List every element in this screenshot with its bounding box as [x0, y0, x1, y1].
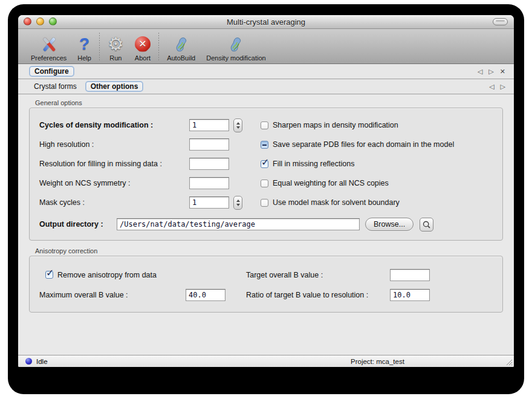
secondary-tab-bar: Crystal forms Other options ◁ ▷	[18, 79, 514, 94]
equal-weighting-checkbox[interactable]	[261, 180, 268, 187]
app-window: Multi-crystal averaging Preferences ? He…	[18, 15, 514, 367]
status-text: Idle	[36, 358, 48, 365]
checkbox-row[interactable]: Fill in missing reflections	[245, 160, 493, 168]
field-row: Mask cycles : Use model mask for solvent…	[39, 193, 493, 212]
remove-anisotropy-checkbox[interactable]	[45, 271, 53, 279]
browse-button[interactable]: Browse...	[365, 218, 414, 231]
toolbar-item-label: Run	[109, 54, 122, 62]
target-b-value-input[interactable]	[390, 269, 430, 281]
toolbar-item-label: AutoBuild	[167, 54, 195, 62]
checkbox-label: Sharpen maps in density modification	[273, 121, 398, 129]
high-resolution-input[interactable]	[189, 138, 229, 151]
abort-button[interactable]: ✕ Abort	[129, 30, 156, 62]
checkbox-row[interactable]: Save separate PDB files for each domain …	[245, 140, 493, 149]
anisotropy-correction-group: Anisotropy correction Remove anisotropy …	[29, 247, 503, 313]
group-caption: Anisotropy correction	[35, 247, 503, 255]
tab-scroll-left-icon[interactable]: ◁	[489, 83, 494, 90]
field-row: Remove anisotropy from data Target overa…	[39, 265, 493, 285]
spinner-down-icon[interactable]	[236, 126, 240, 129]
save-separate-pdb-checkbox[interactable]	[261, 141, 268, 149]
preferences-button[interactable]: Preferences	[25, 30, 72, 62]
magnifier-icon	[422, 220, 431, 229]
autobuild-button[interactable]: AutoBuild	[161, 30, 201, 62]
checkbox-label: Equal weighting for all NCS copies	[273, 179, 389, 187]
field-row: Cycles of density modification : Sharpen…	[39, 115, 493, 135]
tab-nav-controls: ◁ ▷	[489, 83, 505, 90]
abort-icon: ✕	[135, 36, 151, 52]
tab-scroll-right-icon[interactable]: ▷	[488, 68, 493, 75]
close-window-button[interactable]	[24, 18, 31, 25]
options-panel: General options Cycles of density modifi…	[18, 94, 514, 355]
field-label: Ratio of target B value to resolution :	[246, 291, 390, 299]
field-row: Weight on NCS symmetry : Equal weighting…	[39, 174, 493, 193]
toolbar-toggle-button[interactable]	[493, 18, 508, 25]
spinner-up-icon[interactable]	[236, 199, 240, 202]
field-label: Mask cycles :	[39, 198, 189, 207]
field-label: Target overall B value :	[246, 271, 390, 279]
fill-missing-reflections-checkbox[interactable]	[261, 160, 268, 168]
gear-icon: ⚙	[108, 35, 124, 53]
ratio-b-resolution-input[interactable]	[390, 289, 430, 301]
sharpen-maps-checkbox[interactable]	[261, 122, 268, 129]
search-directory-button[interactable]	[420, 218, 433, 232]
status-indicator-icon	[25, 358, 32, 365]
resize-grip[interactable]	[505, 358, 513, 366]
tab-close-icon[interactable]: ✕	[500, 68, 505, 75]
minimize-window-button[interactable]	[36, 18, 44, 25]
model-mask-checkbox[interactable]	[261, 199, 268, 207]
toolbar-separator	[158, 33, 159, 60]
tab-configure[interactable]: Configure	[29, 66, 74, 77]
toolbar-item-label: Preferences	[31, 54, 66, 62]
checkbox-row[interactable]: Use model mask for solvent boundary	[245, 198, 493, 207]
resolution-filling-input[interactable]	[189, 158, 229, 170]
run-button[interactable]: ⚙ Run	[102, 30, 129, 62]
checkbox-label: Fill in missing reflections	[273, 160, 354, 168]
output-directory-row: Output directory : Browse...	[39, 213, 493, 235]
mask-cycles-input[interactable]	[189, 196, 229, 209]
field-label: High resolution :	[39, 140, 189, 149]
field-label: Cycles of density modification :	[39, 121, 189, 129]
toolbar-item-label: Density modification	[206, 54, 265, 62]
toolbar-separator	[99, 33, 100, 60]
tab-other-options[interactable]: Other options	[85, 81, 144, 92]
group-box: Remove anisotropy from data Target overa…	[29, 256, 503, 313]
zoom-window-button[interactable]	[49, 18, 57, 25]
toolbar: Preferences ? Help ⚙ Run ✕ Abort AutoBui…	[18, 29, 514, 64]
maximum-b-value-input[interactable]	[186, 289, 225, 301]
window-title: Multi-crystal averaging	[227, 18, 305, 27]
tab-nav-controls: ◁ ▷ ✕	[478, 68, 505, 75]
field-row: Maximum overall B value : Ratio of targe…	[39, 285, 493, 305]
toolbar-item-label: Help	[77, 54, 91, 62]
tab-crystal-forms[interactable]: Crystal forms	[29, 82, 82, 91]
group-box: Cycles of density modification : Sharpen…	[29, 108, 503, 241]
density-modification-button[interactable]: Density modification	[201, 30, 271, 62]
field-label: Resolution for filling in missing data :	[39, 160, 189, 168]
field-label: Maximum overall B value :	[39, 291, 186, 299]
field-row: Resolution for filling in missing data :…	[39, 154, 493, 174]
protein-map-icon	[227, 34, 245, 54]
general-options-group: General options Cycles of density modifi…	[29, 99, 503, 241]
question-mark-icon: ?	[79, 36, 89, 53]
primary-tab-bar: Configure ◁ ▷ ✕	[18, 64, 514, 79]
tab-scroll-left-icon[interactable]: ◁	[478, 68, 482, 75]
checkbox-row[interactable]: Equal weighting for all NCS copies	[245, 179, 493, 187]
help-button[interactable]: ? Help	[72, 30, 97, 62]
project-label: Project: mca_test	[351, 358, 404, 365]
protein-model-icon	[172, 34, 190, 54]
field-row: High resolution : Save separate PDB file…	[39, 135, 493, 154]
spinner-control[interactable]	[233, 118, 242, 132]
title-bar[interactable]: Multi-crystal averaging	[18, 15, 514, 29]
cycles-density-modification-input[interactable]	[189, 119, 229, 131]
checkbox-row[interactable]: Remove anisotropy from data	[39, 271, 186, 279]
checkbox-row[interactable]: Sharpen maps in density modification	[245, 121, 493, 129]
spinner-down-icon[interactable]	[236, 204, 240, 206]
tab-scroll-right-icon[interactable]: ▷	[501, 83, 505, 90]
field-label: Output directory :	[39, 220, 117, 229]
spinner-up-icon[interactable]	[236, 122, 240, 125]
status-bar: Idle Project: mca_test	[18, 355, 514, 367]
group-caption: General options	[35, 99, 503, 106]
spinner-control[interactable]	[233, 196, 242, 210]
output-directory-input[interactable]	[117, 218, 360, 230]
ncs-weight-input[interactable]	[189, 177, 229, 189]
tools-icon	[40, 34, 58, 54]
